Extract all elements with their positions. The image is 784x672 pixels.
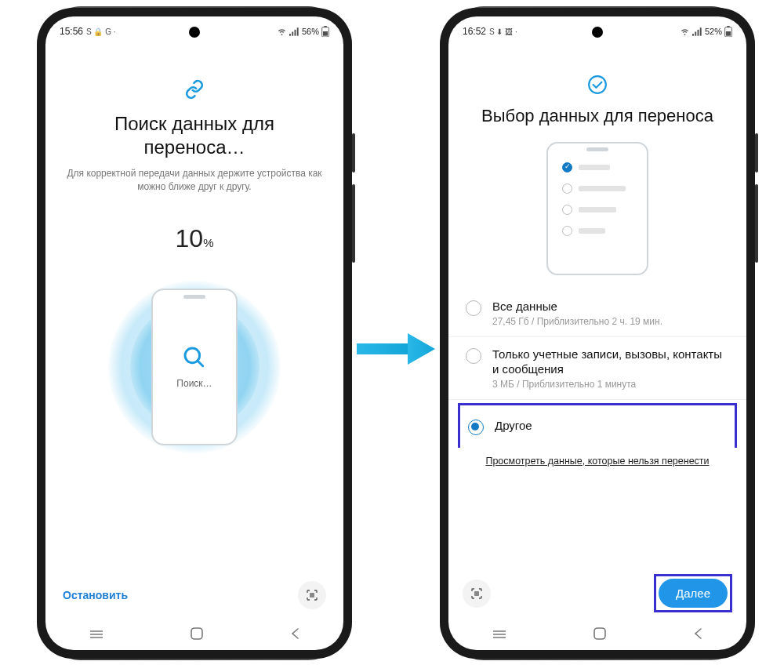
illus-row	[562, 183, 633, 194]
status-indicators: S 🔒 G ·	[86, 27, 116, 36]
checklist-illustration	[546, 142, 648, 275]
phone-mockup-left: 15:56 S 🔒 G · 56% Поиск данных для перен…	[37, 8, 352, 659]
svg-rect-17	[695, 31, 696, 35]
radio-icon	[466, 348, 481, 364]
svg-rect-1	[292, 31, 293, 35]
notch-icon	[183, 295, 205, 299]
camera-cutout	[592, 27, 603, 38]
recent-apps-button[interactable]	[89, 628, 104, 642]
search-visual: Поиск…	[116, 277, 273, 457]
scan-button[interactable]	[463, 579, 491, 608]
home-button[interactable]	[593, 627, 607, 644]
battery-icon	[724, 26, 732, 37]
screen-right: 16:52 S ⬇ 🖼 · 52% Выбор данных для перен…	[448, 16, 746, 650]
illus-row	[562, 226, 633, 236]
option-other[interactable]: Другое	[458, 403, 737, 448]
svg-rect-3	[297, 27, 299, 35]
svg-rect-21	[726, 31, 731, 36]
svg-rect-13	[191, 628, 202, 639]
wifi-icon	[680, 27, 690, 36]
option-all-data[interactable]: Все данные 27,45 Гб / Приблизительно 2 ч…	[448, 289, 746, 337]
status-time: 15:56	[60, 26, 83, 37]
search-icon	[182, 345, 207, 370]
svg-rect-22	[727, 26, 730, 27]
android-nav	[45, 619, 343, 650]
svg-line-8	[198, 361, 203, 366]
camera-cutout	[189, 27, 200, 38]
battery-icon	[321, 26, 329, 37]
back-button[interactable]	[289, 627, 300, 644]
side-button	[352, 184, 355, 263]
svg-rect-24	[474, 591, 479, 596]
svg-marker-15	[408, 333, 435, 365]
page-title: Поиск данных для переноса…	[66, 112, 323, 159]
wifi-icon	[277, 27, 287, 36]
scan-icon	[305, 588, 319, 602]
main-content-right: Выбор данных для переноса Все данные 27,…	[448, 42, 746, 619]
option-subtitle: 3 МБ / Приблизительно 1 минута	[492, 379, 729, 390]
option-subtitle: 27,45 Гб / Приблизительно 2 ч. 19 мин.	[492, 316, 729, 327]
view-unsupported-link[interactable]: Просмотреть данные, которые нельзя перен…	[448, 456, 746, 467]
progress-percent: 10%	[176, 224, 214, 253]
scan-icon	[470, 587, 484, 601]
option-accounts-only[interactable]: Только учетные записи, вызовы, контакты …	[448, 337, 746, 400]
illus-row	[562, 162, 633, 173]
svg-rect-2	[294, 29, 296, 35]
radio-icon	[468, 420, 484, 435]
status-indicators: S ⬇ 🖼 ·	[489, 27, 517, 36]
svg-rect-19	[700, 27, 702, 35]
progress-unit: %	[203, 236, 213, 249]
svg-rect-28	[594, 628, 605, 639]
next-button[interactable]: Далее	[659, 579, 728, 608]
battery-percent: 56%	[302, 27, 319, 36]
svg-rect-6	[324, 26, 327, 27]
radio-icon	[466, 300, 481, 316]
phone-mockup-right: 16:52 S ⬇ 🖼 · 52% Выбор данных для перен…	[440, 8, 755, 659]
illus-row	[562, 205, 633, 215]
page-subtitle: Для корректной передачи данных держите у…	[66, 167, 323, 194]
svg-rect-0	[289, 34, 291, 36]
arrow-icon	[357, 329, 435, 369]
svg-point-23	[589, 76, 606, 93]
bottom-bar-left: Остановить	[45, 572, 343, 619]
svg-rect-14	[357, 343, 410, 354]
signal-icon	[289, 27, 299, 36]
search-label: Поиск…	[176, 378, 212, 389]
svg-rect-16	[692, 34, 694, 36]
phone-illustration: Поиск…	[151, 289, 238, 445]
stop-button[interactable]: Остановить	[63, 589, 128, 601]
link-icon	[184, 79, 205, 103]
svg-rect-5	[323, 31, 328, 36]
battery-percent: 52%	[705, 27, 722, 36]
signal-icon	[692, 27, 702, 36]
bottom-bar-right: Далее	[448, 566, 746, 619]
android-nav	[448, 619, 746, 650]
back-button[interactable]	[692, 627, 703, 644]
main-content-left: Поиск данных для переноса… Для корректно…	[45, 42, 343, 572]
page-title: Выбор данных для переноса	[448, 106, 746, 126]
progress-value: 10	[176, 224, 204, 252]
options-list: Все данные 27,45 Гб / Приблизительно 2 ч…	[448, 289, 746, 448]
recent-apps-button[interactable]	[492, 628, 507, 642]
svg-rect-9	[310, 593, 314, 598]
option-title: Все данные	[492, 299, 729, 314]
check-circle-icon	[587, 74, 608, 98]
notch-icon	[586, 147, 608, 151]
side-button	[755, 133, 758, 173]
option-title: Другое	[495, 418, 727, 434]
option-title: Только учетные записи, вызовы, контакты …	[492, 347, 729, 377]
side-button	[755, 184, 758, 263]
screen-left: 15:56 S 🔒 G · 56% Поиск данных для перен…	[45, 16, 343, 650]
svg-rect-18	[697, 29, 699, 35]
status-time: 16:52	[463, 26, 486, 37]
highlight-next: Далее	[654, 574, 732, 612]
scan-button[interactable]	[298, 581, 326, 609]
side-button	[352, 133, 355, 173]
home-button[interactable]	[190, 627, 204, 644]
